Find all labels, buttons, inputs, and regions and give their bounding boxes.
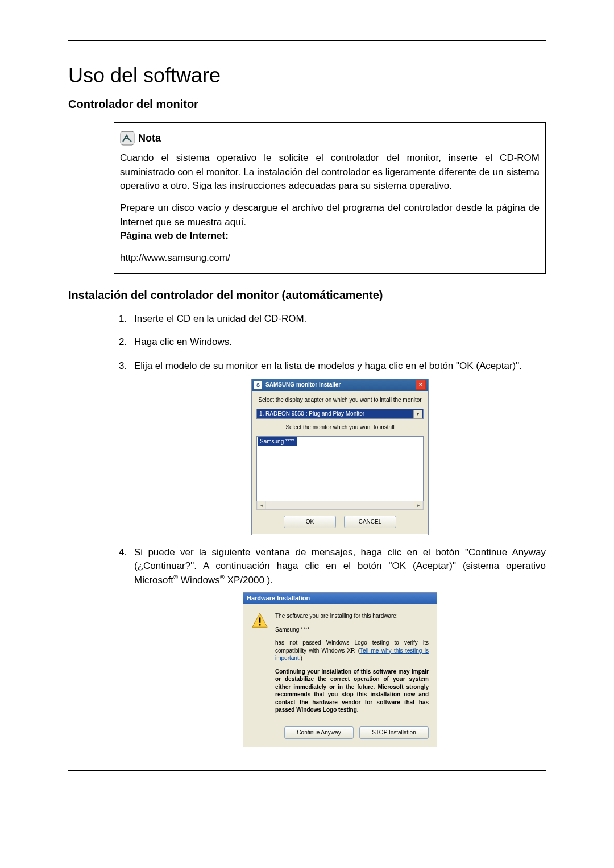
installer-titlebar: S SAMSUNG monitor installer × (252, 379, 428, 391)
step-2: Haga clic en Windows. (130, 335, 546, 349)
step-3-text: Elija el modelo de su monitor en la list… (134, 360, 522, 371)
scroll-left-icon[interactable]: ◂ (257, 501, 266, 509)
svg-rect-2 (259, 617, 261, 622)
adapter-select-value: 1. RADEON 9550 : Plug and Play Monitor (259, 410, 364, 418)
hardware-dialog: Hardware Installation The software you a… (243, 592, 437, 747)
installer-dialog: S SAMSUNG monitor installer × Select the… (251, 379, 429, 535)
bottom-rule (68, 770, 546, 771)
step-4: Si puede ver la siguiente ventana de men… (130, 546, 546, 747)
note-internet-label: Página web de Internet: (120, 230, 229, 241)
hardware-title: Hardware Installation (247, 594, 310, 603)
hardware-text: The software you are installing for this… (275, 612, 429, 720)
top-rule (68, 40, 546, 41)
monitor-label: Select the monitor which you want to ins… (256, 423, 424, 431)
hw-line3b: ) (300, 655, 302, 661)
note-url: http://www.samsung.com/ (120, 251, 540, 265)
note-paragraph-1: Cuando el sistema operativo le solicite … (120, 151, 540, 193)
note-paragraph-2-text: Prepare un disco vacío y descargue el ar… (120, 202, 540, 227)
continue-anyway-button[interactable]: Continue Anyway (284, 726, 354, 739)
note-heading: Nota (120, 131, 540, 146)
monitor-listbox[interactable]: Samsung **** (256, 436, 424, 501)
step-3: Elija el modelo de su monitor en la list… (130, 359, 546, 535)
section-heading: Controlador del monitor (68, 98, 546, 111)
chevron-down-icon[interactable]: ▼ (413, 410, 422, 419)
steps-list: Inserte el CD en la unidad del CD-ROM. H… (114, 312, 546, 747)
close-icon[interactable]: × (416, 380, 426, 390)
step-4-text-b: Windows (178, 574, 220, 585)
registered-mark-1: ® (173, 574, 178, 580)
step-4-text-c: XP/2000 ). (225, 574, 273, 585)
adapter-label: Select the display adapter on which you … (256, 396, 424, 404)
step-1: Inserte el CD en la unidad del CD-ROM. (130, 312, 546, 326)
note-box: Nota Cuando el sistema operativo le soli… (114, 122, 546, 274)
installer-title: SAMSUNG monitor installer (265, 381, 341, 389)
monitor-list-item[interactable]: Samsung **** (258, 437, 297, 446)
hw-line3: has not passed Windows Logo testing to v… (275, 639, 429, 662)
warning-icon (251, 612, 268, 629)
scroll-right-icon[interactable]: ▸ (414, 501, 423, 509)
cancel-button[interactable]: CANCEL (344, 516, 396, 528)
registered-mark-2: ® (220, 574, 225, 580)
hw-line1: The software you are installing for this… (275, 612, 429, 620)
stop-installation-button[interactable]: STOP Installation (359, 726, 429, 739)
hardware-titlebar: Hardware Installation (243, 593, 437, 604)
horizontal-scrollbar[interactable]: ◂ ▸ (256, 501, 424, 510)
adapter-select[interactable]: 1. RADEON 9550 : Plug and Play Monitor ▼ (256, 409, 424, 419)
installer-app-icon: S (254, 381, 262, 389)
page-title: Uso del software (68, 64, 546, 88)
note-paragraph-2: Prepare un disco vacío y descargue el ar… (120, 201, 540, 243)
hw-bold-warning: Continuing your installation of this sof… (275, 668, 429, 714)
ok-button[interactable]: OK (284, 516, 336, 528)
note-heading-text: Nota (138, 131, 161, 146)
note-icon (120, 131, 135, 146)
subsection-heading: Instalación del controlador del monitor … (68, 289, 546, 302)
hw-line2: Samsung **** (275, 626, 429, 634)
svg-rect-3 (259, 624, 261, 626)
